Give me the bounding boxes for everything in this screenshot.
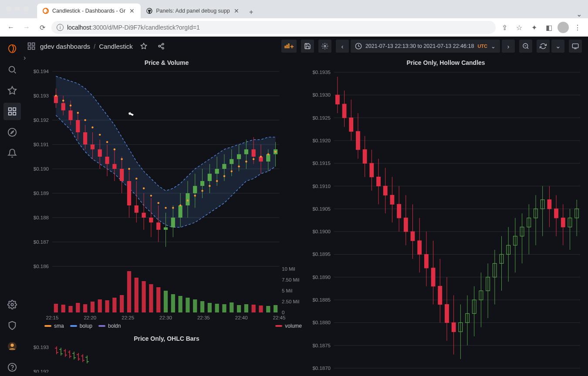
share-icon[interactable]: ⇪ — [498, 24, 510, 32]
svg-text:$0.1885: $0.1885 — [312, 297, 331, 302]
explore-icon[interactable] — [3, 124, 21, 141]
site-info-icon[interactable]: i — [57, 24, 64, 31]
breadcrumb[interactable]: gdev dashboards / Candlestick — [40, 43, 133, 50]
side-panel-icon[interactable]: ◧ — [543, 24, 555, 32]
time-range-picker[interactable]: 2021-07-13 22:13:30 to 2021-07-13 22:46:… — [351, 40, 500, 53]
new-tab-button[interactable]: + — [245, 6, 257, 18]
svg-point-126 — [128, 168, 130, 170]
alerting-icon[interactable] — [3, 144, 21, 162]
svg-rect-155 — [112, 298, 116, 312]
refresh-interval-button[interactable]: ⌄ — [551, 40, 564, 53]
panel-price-volume[interactable]: Price & Volume ⬉ $0.194$0.193$0.192$0.19… — [29, 57, 304, 330]
svg-point-20 — [324, 45, 326, 47]
address-bar[interactable]: i localhost:3000/d/MP-Di9F7k/candlestick… — [51, 21, 496, 34]
tv-mode-button[interactable] — [569, 40, 582, 53]
legend-volume[interactable]: volume — [275, 323, 302, 329]
dashboards-icon[interactable] — [3, 103, 21, 120]
svg-rect-103 — [230, 159, 233, 164]
svg-point-134 — [187, 200, 189, 201]
browser-tab[interactable]: Panels: Add panel debug supp ✕ — [141, 3, 245, 18]
user-avatar-icon[interactable] — [3, 338, 21, 355]
star-dashboard-icon[interactable] — [137, 40, 150, 53]
browser-chrome: Candlestick - Dashboards - Gr ✕ Panels: … — [0, 0, 588, 37]
add-panel-button[interactable]: + — [281, 40, 297, 53]
svg-rect-160 — [149, 284, 153, 312]
minimize-window-icon[interactable] — [15, 6, 20, 11]
extensions-icon[interactable]: ✦ — [528, 24, 540, 32]
svg-rect-171 — [230, 302, 233, 312]
bookmark-icon[interactable]: ☆ — [513, 24, 525, 32]
window-controls[interactable] — [6, 6, 29, 11]
svg-rect-105 — [237, 154, 241, 159]
svg-rect-219 — [377, 177, 381, 186]
profile-avatar[interactable] — [558, 22, 569, 33]
svg-rect-161 — [156, 287, 160, 312]
svg-rect-93 — [193, 186, 197, 193]
svg-text:22:30: 22:30 — [159, 315, 172, 320]
share-dashboard-icon[interactable] — [155, 40, 168, 53]
breadcrumb-leaf[interactable]: Candlestick — [99, 43, 133, 50]
svg-text:$0.1920: $0.1920 — [312, 138, 331, 143]
grafana-logo[interactable] — [3, 40, 21, 57]
configuration-icon[interactable] — [3, 296, 21, 313]
starred-icon[interactable] — [3, 82, 21, 99]
save-dashboard-button[interactable] — [301, 40, 314, 53]
svg-point-145 — [267, 153, 269, 155]
panel-body[interactable]: ⬉ $0.194$0.193$0.192$0.191$0.190$0.189$0… — [29, 69, 304, 321]
panel-price-hollow[interactable]: Price Only, Hollow Candles $0.1935$0.193… — [308, 57, 584, 373]
zoom-window-icon[interactable] — [24, 6, 29, 11]
tab-title: Panels: Add panel debug supp — [156, 8, 230, 14]
svg-point-18 — [159, 45, 160, 47]
panel-title: Price Only, Hollow Candles — [308, 57, 584, 69]
svg-text:2.50 Mil: 2.50 Mil — [282, 299, 299, 304]
panel-body[interactable]: $0.193$0.192 — [29, 345, 304, 373]
search-icon[interactable] — [3, 61, 21, 78]
svg-text:$0.194: $0.194 — [34, 69, 49, 74]
breadcrumb-root[interactable]: gdev dashboards — [40, 43, 90, 50]
close-window-icon[interactable] — [6, 6, 11, 11]
svg-text:$0.193: $0.193 — [34, 93, 49, 98]
svg-text:$0.193: $0.193 — [34, 345, 49, 350]
svg-text:22:25: 22:25 — [122, 315, 134, 320]
app-root: › gdev dashboards / Candlestick + ‹ 2021… — [0, 37, 588, 376]
tabs-overflow-icon[interactable]: ⌄ — [576, 10, 582, 18]
svg-rect-81 — [149, 218, 153, 222]
time-back-button[interactable]: ‹ — [336, 40, 349, 53]
svg-rect-61 — [76, 120, 80, 132]
svg-point-132 — [172, 207, 174, 208]
close-tab-icon[interactable]: ✕ — [128, 7, 135, 14]
back-button[interactable]: ← — [4, 21, 17, 34]
svg-rect-211 — [349, 118, 353, 131]
dashboard-small-icon — [27, 42, 36, 50]
browser-menu-icon[interactable]: ⋮ — [571, 24, 584, 32]
svg-text:22:45: 22:45 — [273, 315, 286, 320]
svg-rect-4 — [13, 108, 16, 111]
time-forward-button[interactable]: › — [502, 40, 515, 53]
svg-point-116 — [55, 95, 57, 97]
panel-price-ohlc[interactable]: Price Only, OHLC Bars $0.193$0.192 — [29, 333, 304, 373]
svg-rect-159 — [142, 281, 145, 312]
panel-title: Price Only, OHLC Bars — [29, 333, 304, 345]
expand-sidebar-icon[interactable]: › — [24, 54, 26, 62]
svg-rect-59 — [68, 111, 72, 120]
legend-bolup[interactable]: bolup — [70, 323, 92, 329]
svg-rect-15 — [28, 47, 31, 50]
legend-sma[interactable]: sma — [44, 323, 64, 329]
svg-rect-207 — [336, 95, 340, 104]
svg-rect-63 — [83, 132, 87, 144]
dashboard-settings-button[interactable] — [318, 40, 331, 53]
close-tab-icon[interactable]: ✕ — [233, 7, 240, 14]
zoom-out-button[interactable] — [519, 40, 532, 53]
svg-rect-16 — [32, 47, 35, 50]
refresh-button[interactable] — [537, 40, 550, 53]
reload-button[interactable]: ⟳ — [36, 21, 49, 34]
help-icon[interactable] — [3, 359, 21, 376]
legend-boldn[interactable]: boldn — [98, 323, 121, 329]
panel-body[interactable]: $0.1935$0.1930$0.1925$0.1920$0.1915$0.19… — [308, 69, 584, 373]
admin-icon[interactable] — [3, 317, 21, 334]
svg-rect-151 — [83, 304, 87, 312]
browser-tab-active[interactable]: Candlestick - Dashboards - Gr ✕ — [37, 3, 141, 18]
svg-point-129 — [150, 195, 152, 196]
forward-button[interactable]: → — [20, 21, 33, 34]
github-favicon-icon — [146, 7, 153, 14]
